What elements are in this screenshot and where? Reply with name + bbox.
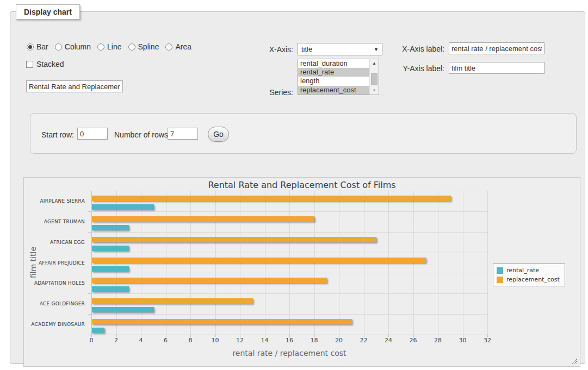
- series-multiselect[interactable]: rental_durationrental_ratelengthreplacem…: [298, 59, 379, 95]
- x-tick-label: 20: [328, 337, 350, 344]
- legend-item-rental_rate[interactable]: rental_rate: [497, 267, 560, 274]
- chart-type-radio-group: BarColumnLineSplineArea: [27, 42, 191, 51]
- legend-swatch-icon: [497, 277, 503, 283]
- chart-type-radio-bar[interactable]: Bar: [27, 42, 48, 51]
- y-axis-tick: [88, 293, 91, 294]
- chart-title: Rental Rate and Replacement Cost of Film…: [24, 180, 580, 190]
- series-option-length[interactable]: length: [298, 77, 369, 85]
- bar-replacement_cost[interactable]: [92, 237, 376, 242]
- start-row-input[interactable]: [77, 128, 108, 140]
- x-tick-label: 16: [278, 337, 300, 344]
- x-tick-label: 24: [377, 337, 399, 344]
- x-axis-label-input[interactable]: [449, 42, 544, 54]
- category-label: ACADEMY DINOSAUR: [24, 322, 85, 327]
- start-row-label: Start row:: [41, 130, 74, 139]
- chart-type-radio-area[interactable]: Area: [165, 42, 191, 51]
- series-options: rental_durationrental_ratelengthreplacem…: [298, 59, 369, 95]
- bar-rental_rate[interactable]: [92, 286, 129, 292]
- x-axis-select-label: X-Axis:: [244, 45, 293, 54]
- y-axis-tick: [88, 191, 91, 191]
- grid-line: [91, 335, 487, 335]
- y-axis-tick: [88, 314, 91, 315]
- chart-type-radio-line[interactable]: Line: [97, 42, 121, 51]
- x-tick-label: 28: [427, 337, 449, 344]
- y-axis-tick: [88, 211, 91, 212]
- row-range-panel: Start row: Number of rows: Go: [30, 113, 577, 154]
- panel-title: Display chart: [16, 4, 80, 20]
- x-axis-select[interactable]: title ▼: [298, 43, 382, 55]
- legend-swatch-icon: [497, 267, 503, 274]
- x-tick-label: 6: [155, 337, 177, 344]
- category-label: ADAPTATION HOLES: [24, 280, 85, 286]
- y-axis-label-label: Y-Axis label:: [391, 64, 444, 73]
- x-tick-label: 32: [476, 337, 498, 344]
- radio-label: Area: [175, 42, 191, 51]
- grid-line: [91, 211, 487, 212]
- category-label: AIRPLANE SIERRA: [24, 198, 85, 204]
- radio-label: Bar: [36, 42, 48, 51]
- grid-line: [91, 273, 487, 273]
- series-option-rental_duration[interactable]: rental_duration: [298, 59, 369, 68]
- bar-replacement_cost[interactable]: [92, 196, 451, 201]
- radio-icon[interactable]: [165, 43, 172, 51]
- legend-label: replacement_cost: [506, 276, 560, 283]
- radio-icon[interactable]: [55, 43, 62, 51]
- chart-title-input[interactable]: [26, 80, 123, 92]
- x-tick-label: 30: [452, 337, 474, 344]
- bar-rental_rate[interactable]: [92, 246, 129, 251]
- scroll-down-icon[interactable]: ▼: [370, 86, 379, 95]
- bar-rental_rate[interactable]: [92, 307, 154, 312]
- radio-icon[interactable]: [128, 43, 135, 51]
- legend-label: rental_rate: [506, 267, 539, 274]
- radio-icon[interactable]: [27, 43, 34, 51]
- chevron-down-icon: ▼: [374, 47, 379, 52]
- x-tick-label: 4: [130, 337, 152, 344]
- grid-line: [487, 191, 488, 335]
- x-axis-label-label: X-Axis label:: [391, 45, 444, 53]
- chart-type-radio-spline[interactable]: Spline: [128, 42, 159, 51]
- stacked-checkbox-row[interactable]: Stacked: [26, 60, 64, 68]
- bar-replacement_cost[interactable]: [92, 319, 352, 324]
- bar-rental_rate[interactable]: [92, 225, 129, 230]
- bar-replacement_cost[interactable]: [92, 278, 327, 283]
- scrollbar-thumb[interactable]: [371, 73, 377, 85]
- go-button[interactable]: Go: [208, 127, 229, 142]
- radio-label: Spline: [138, 42, 159, 51]
- scroll-up-icon[interactable]: ▲: [370, 59, 379, 67]
- x-tick-label: 0: [81, 337, 102, 344]
- x-axis-title: rental rate / replacement cost: [181, 349, 398, 358]
- y-axis-tick: [88, 273, 91, 273]
- x-tick-label: 22: [353, 337, 375, 344]
- grid-line: [91, 253, 487, 253]
- bar-rental_rate[interactable]: [92, 204, 154, 210]
- series-option-replacement_cost[interactable]: replacement_cost: [298, 86, 369, 95]
- category-label: AFRICAN EGG: [24, 240, 85, 245]
- chart-container: Rental Rate and Replacement Cost of Film…: [23, 177, 580, 367]
- y-axis-label-input[interactable]: [449, 62, 544, 74]
- bar-rental_rate[interactable]: [92, 266, 129, 272]
- number-of-rows-input[interactable]: [168, 128, 198, 140]
- radio-label: Line: [107, 42, 121, 51]
- grid-line: [91, 314, 487, 315]
- series-option-rental_rate[interactable]: rental_rate: [298, 68, 369, 77]
- y-axis-title: film title: [29, 247, 38, 278]
- grid-line: [438, 191, 438, 335]
- legend-item-replacement_cost[interactable]: replacement_cost: [497, 276, 560, 283]
- chart-type-radio-column[interactable]: Column: [55, 42, 91, 51]
- number-of-rows-label: Number of rows:: [114, 130, 170, 139]
- bar-replacement_cost[interactable]: [92, 258, 426, 263]
- radio-icon[interactable]: [97, 43, 104, 51]
- bar-replacement_cost[interactable]: [92, 298, 253, 304]
- x-tick-label: 10: [205, 337, 226, 344]
- stacked-checkbox[interactable]: [26, 61, 33, 68]
- grid-line: [91, 191, 487, 191]
- stacked-label: Stacked: [36, 60, 64, 68]
- series-scrollbar[interactable]: ▲ ▼: [369, 59, 379, 95]
- bar-replacement_cost[interactable]: [92, 216, 314, 222]
- y-axis-tick: [88, 335, 91, 335]
- resize-grip-icon[interactable]: [572, 358, 577, 363]
- bar-rental_rate[interactable]: [92, 328, 104, 333]
- x-tick-label: 14: [254, 337, 276, 344]
- category-label: AGENT TRUMAN: [24, 219, 85, 224]
- x-tick-label: 2: [106, 337, 127, 344]
